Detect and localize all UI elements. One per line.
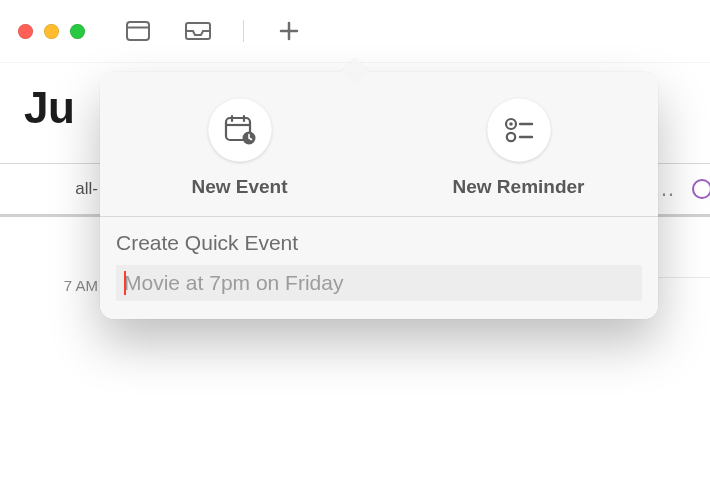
toolbar-divider [243,20,244,42]
add-toolbar-button[interactable] [272,17,306,45]
quick-event-section: Create Quick Event [100,217,658,319]
new-reminder-icon-wrap [487,98,551,162]
text-caret [124,271,126,295]
toolbar-button-group [121,17,306,45]
new-event-option[interactable]: New Event [100,98,379,198]
month-title: Ju [24,83,74,132]
calendar-add-icon [223,114,257,146]
svg-point-12 [506,133,514,141]
quick-event-input[interactable] [116,265,642,301]
plus-icon [279,21,299,41]
reminders-icon [502,115,536,145]
traffic-lights [18,24,85,39]
new-event-label: New Event [191,176,287,198]
inbox-toolbar-button[interactable] [181,17,215,45]
svg-point-10 [509,122,513,126]
quick-event-title: Create Quick Event [116,231,642,255]
new-reminder-label: New Reminder [453,176,585,198]
close-window-button[interactable] [18,24,33,39]
inbox-icon [185,22,211,40]
new-reminder-option[interactable]: New Reminder [379,98,658,198]
minimize-window-button[interactable] [44,24,59,39]
new-event-popover: New Event New Reminder Create Quick Even… [100,72,658,319]
calendars-toolbar-button[interactable] [121,17,155,45]
popover-actions: New Event New Reminder [100,72,658,216]
fullscreen-window-button[interactable] [70,24,85,39]
svg-rect-0 [127,22,149,40]
new-event-icon-wrap [208,98,272,162]
calendar-icon [126,21,150,41]
all-day-event-dot[interactable] [692,179,710,199]
window-toolbar [0,0,710,63]
